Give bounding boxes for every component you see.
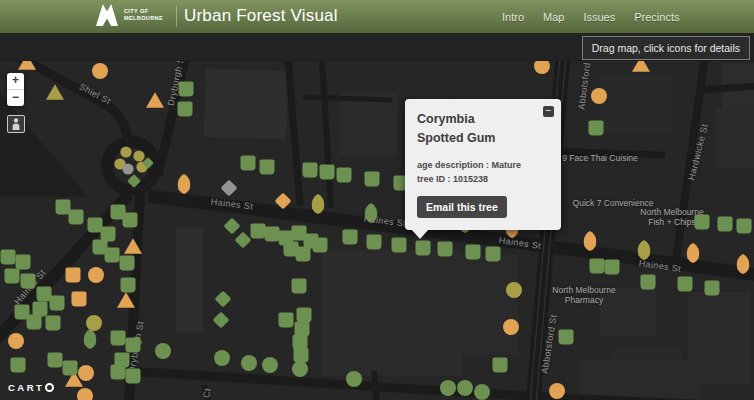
tree-marker[interactable] bbox=[641, 275, 656, 290]
tree-marker[interactable] bbox=[705, 281, 720, 296]
tree-marker[interactable] bbox=[16, 255, 31, 270]
tree-marker[interactable] bbox=[262, 357, 278, 373]
tree-marker[interactable] bbox=[392, 238, 407, 253]
map[interactable]: Shiel StDryburgh StDryburgh StHaines StH… bbox=[0, 60, 754, 400]
tree-marker[interactable] bbox=[337, 168, 352, 183]
nav-issues[interactable]: Issues bbox=[583, 11, 615, 23]
tree-marker[interactable] bbox=[718, 217, 733, 232]
tree-marker[interactable] bbox=[590, 259, 605, 274]
tree-marker[interactable] bbox=[5, 269, 20, 284]
tree-marker[interactable] bbox=[559, 330, 574, 345]
tree-marker[interactable] bbox=[695, 215, 710, 230]
tree-marker[interactable] bbox=[678, 277, 693, 292]
tree-marker[interactable] bbox=[605, 260, 620, 275]
tree-marker[interactable] bbox=[221, 180, 238, 197]
popup-minimize-button[interactable]: − bbox=[543, 106, 554, 117]
tree-marker[interactable] bbox=[313, 238, 328, 253]
tree-marker[interactable] bbox=[18, 60, 36, 70]
tree-marker[interactable] bbox=[78, 365, 94, 381]
tree-marker[interactable] bbox=[474, 384, 490, 400]
zoom-in-button[interactable]: + bbox=[7, 73, 24, 90]
tree-marker[interactable] bbox=[1, 250, 16, 265]
tree-marker[interactable] bbox=[296, 247, 311, 262]
tree-marker[interactable] bbox=[121, 278, 136, 293]
tree-marker[interactable] bbox=[303, 163, 318, 178]
tree-marker[interactable] bbox=[493, 358, 508, 373]
tree-marker[interactable] bbox=[549, 383, 565, 399]
tree-marker[interactable] bbox=[343, 230, 358, 245]
tree-marker[interactable] bbox=[583, 231, 598, 251]
tree-marker[interactable] bbox=[111, 331, 126, 346]
tree-marker[interactable] bbox=[92, 63, 108, 79]
tree-marker[interactable] bbox=[72, 292, 87, 307]
tree-marker[interactable] bbox=[279, 313, 294, 328]
nav-map[interactable]: Map bbox=[543, 11, 564, 23]
tree-marker[interactable] bbox=[88, 267, 104, 283]
tree-marker[interactable] bbox=[124, 238, 142, 254]
tree-marker[interactable] bbox=[111, 365, 126, 380]
tree-marker[interactable] bbox=[66, 268, 81, 283]
tree-marker[interactable] bbox=[365, 172, 380, 187]
tree-marker[interactable] bbox=[367, 235, 382, 250]
tree-marker[interactable] bbox=[224, 218, 241, 235]
tree-marker[interactable] bbox=[83, 329, 98, 349]
tree-marker[interactable] bbox=[213, 312, 230, 329]
tree-marker[interactable] bbox=[591, 88, 607, 104]
nav-precincts[interactable]: Precincts bbox=[634, 11, 679, 23]
tree-marker[interactable] bbox=[260, 160, 275, 175]
tree-marker[interactable] bbox=[503, 319, 519, 335]
tree-marker[interactable] bbox=[292, 279, 307, 294]
tree-marker[interactable] bbox=[632, 60, 650, 72]
tree-marker[interactable] bbox=[320, 165, 335, 180]
tree-marker[interactable] bbox=[486, 247, 501, 262]
tree-marker[interactable] bbox=[438, 242, 453, 257]
tree-marker[interactable] bbox=[457, 380, 473, 396]
tree-marker[interactable] bbox=[737, 219, 752, 234]
tree-marker[interactable] bbox=[120, 256, 135, 271]
tree-marker[interactable] bbox=[77, 388, 93, 400]
tree-marker[interactable] bbox=[133, 150, 144, 161]
tree-marker[interactable] bbox=[416, 241, 431, 256]
tree-marker[interactable] bbox=[466, 245, 481, 260]
tree-marker[interactable] bbox=[123, 213, 138, 228]
tree-marker[interactable] bbox=[275, 193, 292, 210]
tree-marker[interactable] bbox=[736, 254, 751, 274]
tree-marker[interactable] bbox=[21, 274, 36, 289]
tree-marker[interactable] bbox=[27, 315, 42, 330]
email-this-tree-button[interactable]: Email this tree bbox=[417, 196, 507, 218]
melbourne-logo[interactable]: CITY OF MELBOURNE bbox=[95, 4, 163, 26]
tree-marker[interactable] bbox=[8, 333, 24, 349]
tree-marker[interactable] bbox=[215, 291, 232, 308]
tree-marker[interactable] bbox=[69, 210, 84, 225]
tree-marker[interactable] bbox=[177, 174, 192, 194]
tree-marker[interactable] bbox=[127, 174, 141, 188]
tree-marker[interactable] bbox=[120, 146, 131, 157]
pegman-button[interactable] bbox=[7, 115, 25, 133]
carto-attribution[interactable]: CART bbox=[8, 382, 54, 393]
tree-marker[interactable] bbox=[126, 369, 141, 384]
tree-marker[interactable] bbox=[105, 248, 120, 263]
tree-marker[interactable] bbox=[346, 371, 362, 387]
tree-marker[interactable] bbox=[46, 84, 64, 100]
tree-marker[interactable] bbox=[48, 353, 63, 368]
tree-marker[interactable] bbox=[146, 92, 164, 108]
nav-intro[interactable]: Intro bbox=[502, 11, 524, 23]
tree-marker[interactable] bbox=[297, 308, 312, 323]
tree-marker[interactable] bbox=[440, 380, 456, 396]
tree-marker[interactable] bbox=[122, 163, 133, 174]
tree-marker[interactable] bbox=[311, 194, 326, 214]
tree-marker[interactable] bbox=[589, 121, 604, 136]
zoom-out-button[interactable]: − bbox=[7, 90, 24, 106]
tree-marker[interactable] bbox=[235, 232, 252, 249]
tree-marker[interactable] bbox=[117, 292, 135, 308]
tree-marker[interactable] bbox=[11, 358, 26, 373]
tree-marker[interactable] bbox=[251, 224, 266, 239]
tree-marker[interactable] bbox=[506, 282, 522, 298]
tree-marker[interactable] bbox=[63, 361, 78, 376]
tree-marker[interactable] bbox=[126, 338, 141, 353]
tree-marker[interactable] bbox=[292, 361, 308, 377]
tree-marker[interactable] bbox=[178, 102, 193, 117]
tree-marker[interactable] bbox=[241, 355, 257, 371]
tree-marker[interactable] bbox=[179, 82, 194, 97]
tree-marker[interactable] bbox=[686, 243, 701, 263]
